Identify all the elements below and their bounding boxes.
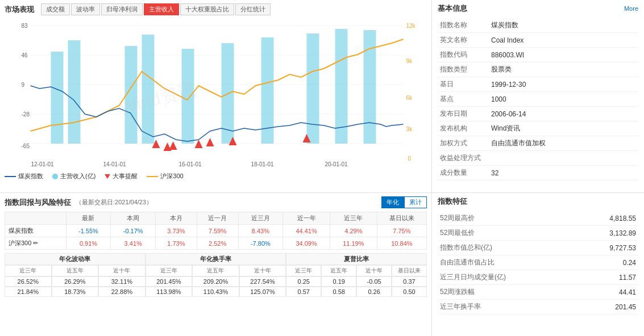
return-subtitle: （最新交易日:2021/04/23）	[76, 198, 152, 207]
col-header-latest: 最新	[66, 212, 111, 225]
char-row-low52: 52周最低价 3,132.89	[438, 226, 638, 241]
svg-marker-33	[195, 140, 203, 148]
return-panel-title: 指数回报与风险特征	[5, 198, 71, 208]
char-value-mktcap: 9,727.53	[577, 241, 638, 255]
market-panel: 市场表现 成交额 波动率 归母净利润 主营收入 十大权重股占比 分红统计 83 …	[0, 0, 432, 192]
market-chart: 83 46 9 -28 -65 12k 9k 6k 3k 0 12-01-01 …	[5, 18, 427, 170]
vol-col-10y: 近十年	[98, 265, 146, 276]
info-label-type: 指数类型	[438, 62, 489, 77]
tab-bodonglv[interactable]: 波动率	[71, 3, 100, 15]
char-label-avgvol: 近三月日均成交量(亿)	[438, 270, 577, 285]
turnover-hushen-row: 113.98% 110.43% 125.07%	[146, 287, 286, 297]
info-value-basepoint: 1000	[489, 92, 638, 107]
legend-line-blue	[5, 176, 16, 177]
sharpe-hushen-row: 0.57 0.58 0.26 0.50	[286, 287, 427, 297]
legend-zhuyingshouru: 主营收入(亿)	[52, 172, 95, 180]
sharpe-hushen-3y: 0.57	[286, 287, 321, 297]
hushen-week: 3.41%	[111, 237, 156, 250]
info-label-return: 收益处理方式	[438, 151, 489, 166]
svg-text:12k: 12k	[406, 23, 416, 29]
char-value-freefloat: 0.24	[577, 255, 638, 270]
tab-shida[interactable]: 十大权重股占比	[180, 3, 234, 15]
meitan-1m: 7.59%	[197, 225, 238, 237]
meitan-month: 3.73%	[156, 225, 197, 237]
svg-text:83: 83	[22, 23, 28, 29]
svg-rect-20	[51, 52, 64, 144]
legend-line-orange	[147, 176, 158, 177]
legend-label-meitan: 煤炭指数	[18, 172, 43, 180]
hushen-month: 1.73%	[156, 237, 197, 250]
svg-marker-34	[206, 138, 214, 146]
svg-text:16-01-01: 16-01-01	[179, 161, 202, 167]
col-header-week: 本周	[111, 212, 156, 225]
info-value-pubdate: 2006-06-14	[489, 107, 638, 121]
sharpe-hushen-5y: 0.58	[321, 287, 356, 297]
info-row-engname: 英文名称 Coal Index	[438, 33, 638, 48]
char-row-avgvol: 近三月日均成交量(亿) 11.57	[438, 270, 638, 285]
turnover-title: 年化换手率	[146, 253, 286, 265]
info-row-basedate: 基日 1999-12-30	[438, 77, 638, 92]
char-value-avgvol: 11.57	[577, 270, 638, 285]
turnover-hushen-10y: 125.07%	[239, 287, 286, 297]
char-label-change52: 52周涨跌幅	[438, 285, 577, 300]
info-label-basedate: 基日	[438, 77, 489, 92]
tab-zhuyingshouru[interactable]: 主营收入	[144, 3, 179, 15]
sharpe-meitan-3y: 0.25	[286, 276, 321, 287]
tab-guimu[interactable]: 归母净利润	[101, 3, 143, 15]
col-header-1m: 近一月	[197, 212, 238, 225]
turnover-meitan-row: 201.45% 209.20% 227.54%	[146, 276, 286, 287]
col-header-empty	[5, 212, 67, 225]
more-link[interactable]: More	[624, 5, 638, 12]
meitan-1y: 44.41%	[283, 225, 330, 237]
info-value-weight: 自由流通市值加权	[489, 136, 638, 151]
char-panel-title: 指数特征	[438, 196, 638, 207]
turnover-col-5y: 近五年	[192, 265, 239, 276]
char-label-high52: 52周最高价	[438, 211, 577, 226]
info-panel: 基本信息 More 指数名称 煤炭指数 英文名称 Coal Index 指数代码…	[432, 0, 644, 192]
char-row-high52: 52周最高价 4,818.55	[438, 211, 638, 226]
info-row-code: 指数代码 886003.WI	[438, 48, 638, 62]
hushen-latest: 0.91%	[66, 237, 111, 250]
info-value-type: 股票类	[489, 62, 638, 77]
sharpe-hushen-since: 0.50	[392, 287, 427, 297]
char-label-turnover3y: 近三年换手率	[438, 300, 577, 314]
char-panel: 指数特征 52周最高价 4,818.55 52周最低价 3,132.89 指数市…	[432, 193, 644, 336]
turnover-headers: 近三年 近五年 近十年	[146, 265, 286, 276]
tab-chengjiaoe[interactable]: 成交额	[41, 3, 70, 15]
vol-hushen-row: 21.84% 18.73% 22.88%	[5, 287, 146, 297]
meitan-latest: -1.55%	[66, 225, 111, 237]
toggle-accumulated[interactable]: 累计	[404, 196, 427, 208]
sub-tables-container: 年化波动率 近三年 近五年 近十年 26.52% 26.29% 32.11% 2…	[5, 253, 427, 297]
char-label-freefloat: 自由流通市值占比	[438, 255, 577, 270]
sharpe-meitan-10y: -0.05	[356, 276, 392, 287]
vol-title: 年化波动率	[5, 253, 146, 265]
legend-dot-cyan	[52, 174, 58, 179]
sharpe-meitan-5y: 0.19	[321, 276, 356, 287]
sharpe-meitan-row: 0.25 0.19 -0.05 0.37	[286, 276, 427, 287]
market-panel-title: 市场表现	[5, 5, 34, 15]
market-tabs: 成交额 波动率 归母净利润 主营收入 十大权重股占比 分红统计	[41, 3, 271, 15]
char-label-low52: 52周最低价	[438, 226, 577, 241]
sharpe-title: 夏普比率	[286, 253, 427, 265]
info-panel-title: 基本信息	[438, 3, 467, 14]
char-row-change52: 52周涨跌幅 44.41	[438, 285, 638, 300]
sharpe-col-10y: 近十年	[356, 265, 392, 276]
tab-fenhong[interactable]: 分红统计	[235, 3, 271, 15]
toggle-annualized[interactable]: 年化	[381, 196, 404, 208]
chart-legend: 煤炭指数 主营收入(亿) 大事提醒 沪深300	[5, 172, 427, 180]
hushen-3y: 11.19%	[330, 237, 377, 250]
vol-meitan-3y: 26.52%	[5, 276, 52, 287]
hushen-since: 10.84%	[377, 237, 426, 250]
meitan-3y: 4.29%	[330, 225, 377, 237]
legend-triangle-red	[105, 174, 110, 179]
svg-text:9: 9	[22, 82, 25, 88]
svg-text:-28: -28	[22, 111, 30, 117]
info-row-name: 指数名称 煤炭指数	[438, 18, 638, 33]
turnover-hushen-3y: 113.98%	[146, 287, 193, 297]
return-row-hushen: 沪深300 ✏ 0.91% 3.41% 1.73% 2.52% -7.80% 3…	[5, 237, 427, 250]
turnover-col-3y: 近三年	[146, 265, 193, 276]
col-header-month: 本月	[156, 212, 197, 225]
char-row-turnover3y: 近三年换手率 201.45	[438, 300, 638, 314]
col-header-3m: 近三月	[238, 212, 283, 225]
info-value-code: 886003.WI	[489, 48, 638, 62]
